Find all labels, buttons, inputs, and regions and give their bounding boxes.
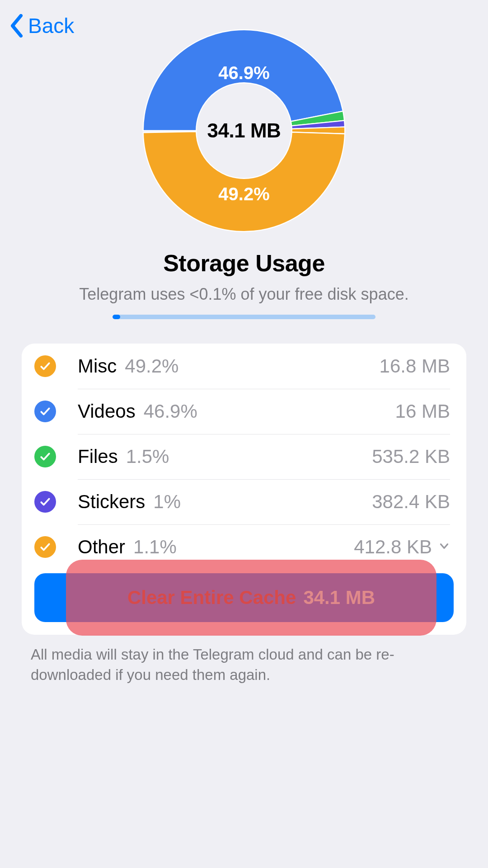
category-row[interactable]: Files1.5%535.2 KB	[22, 434, 466, 479]
clear-cache-size: 34.1 MB	[303, 587, 375, 609]
chart-slice-label-videos: 46.9%	[218, 63, 269, 83]
categories-card: Misc49.2%16.8 MBVideos46.9%16 MBFiles1.5…	[22, 344, 466, 635]
category-name: Other	[78, 536, 125, 558]
clear-cache-highlight[interactable]: Clear Entire Cache 34.1 MB	[66, 560, 436, 636]
back-label: Back	[28, 14, 74, 38]
checkbox[interactable]	[34, 446, 56, 467]
category-row[interactable]: Videos46.9%16 MB	[22, 389, 466, 434]
category-size: 16 MB	[395, 401, 450, 422]
footer-note: All media will stay in the Telegram clou…	[31, 645, 457, 685]
checkmark-icon	[39, 406, 51, 417]
checkbox[interactable]	[34, 401, 56, 422]
checkmark-icon	[39, 451, 51, 462]
category-size: 412.8 KB	[354, 536, 432, 558]
category-name: Stickers	[78, 491, 145, 513]
checkmark-icon	[39, 360, 51, 372]
page-title: Storage Usage	[0, 250, 488, 277]
category-percent: 1.1%	[133, 536, 177, 558]
category-row[interactable]: Stickers1%382.4 KB	[22, 479, 466, 524]
category-name: Misc	[78, 355, 117, 377]
page-subtitle: Telegram uses <0.1% of your free disk sp…	[0, 285, 488, 304]
category-name: Videos	[78, 401, 136, 422]
checkbox[interactable]	[34, 355, 56, 377]
category-row[interactable]: Misc49.2%16.8 MB	[22, 344, 466, 389]
chevron-down-icon[interactable]	[438, 540, 450, 554]
category-size: 535.2 KB	[372, 446, 450, 467]
chevron-left-icon	[9, 14, 24, 38]
checkmark-icon	[39, 541, 51, 553]
category-percent: 1%	[153, 491, 181, 513]
checkbox[interactable]	[34, 491, 56, 513]
storage-donut-chart: 34.1 MB 46.9% 49.2%	[138, 24, 350, 237]
clear-cache-label: Clear Entire Cache	[127, 587, 296, 609]
category-name: Files	[78, 446, 118, 467]
category-percent: 46.9%	[144, 401, 197, 422]
category-percent: 49.2%	[125, 355, 178, 377]
category-percent: 1.5%	[126, 446, 169, 467]
chart-slice-label-misc: 49.2%	[218, 184, 269, 204]
category-size: 382.4 KB	[372, 491, 450, 513]
checkbox[interactable]	[34, 536, 56, 558]
back-button[interactable]: Back	[9, 14, 74, 38]
category-size: 16.8 MB	[380, 355, 450, 377]
chart-center-value: 34.1 MB	[207, 119, 281, 142]
checkmark-icon	[39, 496, 51, 508]
disk-usage-bar	[113, 315, 375, 319]
